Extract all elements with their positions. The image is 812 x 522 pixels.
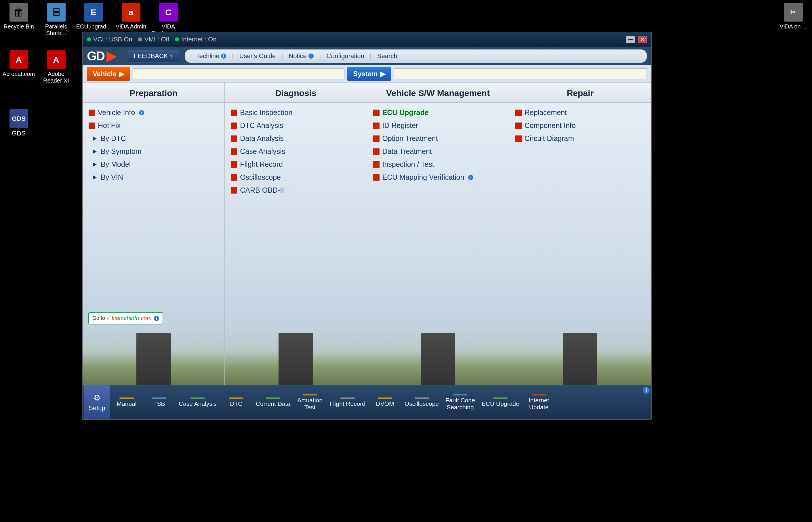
vehicle-info-icon bbox=[88, 109, 95, 116]
component-info-icon bbox=[515, 122, 522, 129]
case-analysis-tab[interactable]: Case Analysis bbox=[176, 395, 220, 409]
vehicle-info-info-icon: i bbox=[139, 110, 144, 115]
gds-logo-arrow: ▶ bbox=[106, 48, 116, 63]
data-analysis-icon bbox=[231, 136, 237, 142]
dtc-analysis-item[interactable]: DTC Analysis bbox=[229, 120, 362, 131]
current-data-tab[interactable]: Current Data bbox=[253, 395, 293, 409]
minimize-button[interactable]: — bbox=[626, 36, 635, 43]
replacement-item[interactable]: Replacement bbox=[514, 107, 647, 118]
hot-fix-item[interactable]: Hot Fix bbox=[87, 120, 220, 131]
fault-code-tab[interactable]: Fault CodeSearching bbox=[442, 392, 478, 413]
by-vin-arrow-icon bbox=[93, 175, 97, 180]
main-content: Preparation Vehicle Info i Hot Fix By DT… bbox=[83, 83, 651, 385]
actuation-test-tab[interactable]: ActuationTest bbox=[294, 392, 326, 413]
vehicle-system-bar: Vehicle ▶ System ▶ bbox=[83, 65, 651, 83]
by-model-arrow-icon bbox=[93, 162, 97, 167]
system-arrow-icon: ▶ bbox=[380, 70, 385, 78]
gds-logo: GD ▶ bbox=[87, 48, 116, 63]
close-button[interactable]: ✕ bbox=[638, 36, 647, 43]
hot-fix-icon bbox=[88, 122, 95, 129]
ecu-mapping-info-icon: i bbox=[468, 175, 473, 180]
flight-record-icon bbox=[231, 161, 237, 168]
kia-banner[interactable]: Go to » kiatechinfo.com i bbox=[88, 312, 163, 324]
dtc-tab[interactable]: DTC bbox=[220, 395, 252, 409]
circuit-diagram-item[interactable]: Circuit Diagram bbox=[514, 133, 647, 144]
ecu-mapping-icon bbox=[373, 174, 379, 181]
ecu-mapping-item[interactable]: ECU Mapping Verification i bbox=[372, 172, 505, 183]
by-dtc-item[interactable]: By DTC bbox=[87, 133, 220, 144]
users-guide-nav[interactable]: User's Guide bbox=[234, 51, 281, 61]
diagnosis-panel: Diagnosis Basic Inspection DTC Analysis … bbox=[225, 83, 367, 385]
road-scene-repair bbox=[509, 327, 651, 385]
bottom-bar: ⚙ Setup Manual TSB Case Analysis DTC Cur… bbox=[83, 385, 651, 419]
data-treatment-item[interactable]: Data Treatment bbox=[372, 146, 505, 157]
notice-info-icon: i bbox=[309, 54, 314, 59]
by-symptom-item[interactable]: By Symptom bbox=[87, 146, 220, 157]
menu-nav: Techline i | User's Guide | Notice i | C… bbox=[185, 49, 647, 63]
tsb-tab[interactable]: TSB bbox=[143, 395, 175, 409]
by-model-item[interactable]: By Model bbox=[87, 159, 220, 170]
carb-obdii-icon bbox=[231, 187, 237, 194]
notice-nav[interactable]: Notice i bbox=[283, 51, 319, 61]
carb-obdii-item[interactable]: CARB OBD-II bbox=[229, 185, 362, 196]
search-nav[interactable]: Search bbox=[372, 51, 403, 61]
repair-panel: Repair Replacement Component Info Circui… bbox=[509, 83, 651, 385]
option-treatment-item[interactable]: Option Treatment bbox=[372, 133, 505, 144]
circuit-diagram-icon bbox=[515, 136, 522, 142]
dvom-tab[interactable]: DVOM bbox=[369, 395, 401, 409]
manual-tab[interactable]: Manual bbox=[111, 395, 142, 409]
component-info-item[interactable]: Component Info bbox=[514, 120, 647, 131]
oscilloscope-icon bbox=[231, 174, 237, 181]
road-scene-preparation bbox=[83, 327, 224, 385]
feedback-button[interactable]: FEEDBACK ↑ bbox=[128, 50, 179, 62]
vehicle-input[interactable] bbox=[133, 68, 344, 79]
vehicle-info-item[interactable]: Vehicle Info i bbox=[87, 107, 220, 118]
id-register-item[interactable]: ID Register bbox=[372, 120, 505, 131]
replacement-icon bbox=[515, 109, 522, 116]
flight-record-tab[interactable]: Flight Record bbox=[326, 395, 368, 409]
vehicle-sw-panel: Vehicle S/W Management ECU Upgrade ID Re… bbox=[367, 83, 509, 385]
setup-tab[interactable]: ⚙ Setup bbox=[84, 385, 110, 419]
oscilloscope-tab[interactable]: Oscilloscope bbox=[402, 395, 442, 409]
ecu-upgrade-tab[interactable]: ECU Upgrade bbox=[479, 395, 522, 409]
internet-status: Internet : On bbox=[175, 36, 216, 43]
setup-gear-icon: ⚙ bbox=[94, 393, 101, 403]
preparation-panel: Preparation Vehicle Info i Hot Fix By DT… bbox=[83, 83, 225, 385]
menu-bar: GD ▶ FEEDBACK ↑ Techline i | User's Guid… bbox=[83, 46, 651, 65]
basic-inspection-icon bbox=[231, 109, 237, 116]
option-treatment-icon bbox=[373, 136, 379, 142]
oscilloscope-item[interactable]: Oscilloscope bbox=[229, 172, 362, 183]
road-scene-diagnosis bbox=[225, 327, 367, 385]
data-analysis-item[interactable]: Data Analysis bbox=[229, 133, 362, 144]
system-button[interactable]: System ▶ bbox=[347, 67, 391, 81]
vida-right-icon[interactable]: ✂ VIDA on ... bbox=[777, 3, 809, 30]
app-window: VCI : USB On VMI : Off Internet : On — ✕… bbox=[82, 32, 652, 420]
dtc-analysis-icon bbox=[231, 122, 237, 129]
recycle-bin-icon[interactable]: 🗑 Recycle Bin bbox=[3, 3, 35, 37]
road-scene-sw bbox=[367, 327, 509, 385]
vehicle-button[interactable]: Vehicle ▶ bbox=[87, 67, 130, 81]
ecu-upgrade-item[interactable]: ECU Upgrade bbox=[372, 107, 505, 118]
inspection-test-item[interactable]: Inspection / Test bbox=[372, 159, 505, 170]
acrobat-icon[interactable]: A Acrobat.com bbox=[3, 50, 35, 91]
title-bar: VCI : USB On VMI : Off Internet : On — ✕ bbox=[83, 32, 651, 46]
by-symptom-arrow-icon bbox=[93, 149, 97, 154]
adobe-reader-icon[interactable]: A AdobeReader XI bbox=[40, 50, 72, 91]
vci-status: VCI : USB On bbox=[87, 36, 132, 43]
vehicle-arrow-icon: ▶ bbox=[119, 70, 124, 78]
gds-desktop-icon[interactable]: GDS GDS bbox=[3, 109, 35, 137]
internet-update-tab[interactable]: InternetUpdate bbox=[523, 392, 555, 413]
by-vin-item[interactable]: By VIN bbox=[87, 172, 220, 183]
preparation-title: Preparation bbox=[87, 88, 220, 98]
flight-record-item[interactable]: Flight Record bbox=[229, 159, 362, 170]
configuration-nav[interactable]: Configuration bbox=[321, 51, 370, 61]
vehicle-sw-title: Vehicle S/W Management bbox=[372, 88, 505, 98]
basic-inspection-item[interactable]: Basic Inspection bbox=[229, 107, 362, 118]
case-analysis-icon bbox=[231, 148, 237, 155]
case-analysis-item[interactable]: Case Analysis bbox=[229, 146, 362, 157]
techline-nav[interactable]: Techline i bbox=[191, 51, 232, 61]
diagnosis-title: Diagnosis bbox=[229, 88, 362, 98]
parallels-share-icon[interactable]: 🖥 ParallelsShare... bbox=[40, 3, 72, 37]
system-input[interactable] bbox=[394, 68, 647, 79]
techline-info-icon: i bbox=[221, 54, 226, 59]
